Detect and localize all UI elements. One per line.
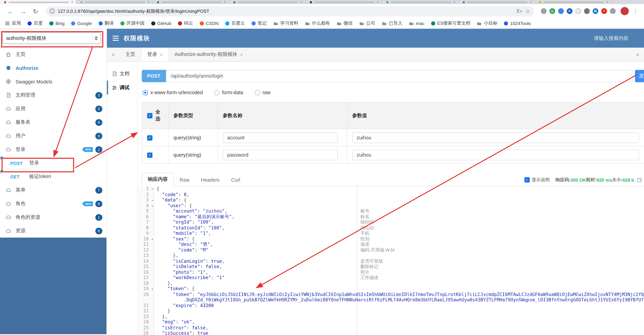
bookmark-item[interactable]: Google: [71, 21, 92, 26]
checkbox[interactable]: ✓: [147, 152, 152, 158]
tab-close-icon[interactable]: ×: [606, 0, 608, 4]
extension-icon[interactable]: [541, 8, 546, 14]
response-tab[interactable]: Raw: [174, 174, 195, 186]
bookmark-item[interactable]: CSDN: [200, 21, 219, 26]
hamburger-icon[interactable]: [112, 36, 119, 41]
bookmark-star-icon[interactable]: ☆: [525, 8, 530, 14]
radio[interactable]: [143, 90, 148, 95]
param-name-input[interactable]: password: [223, 150, 338, 160]
extension-icon[interactable]: [558, 8, 564, 14]
line-number[interactable]: 4: [138, 203, 154, 208]
content-type-option[interactable]: form-data: [214, 90, 243, 95]
browser-tab[interactable]: ×: [230, 0, 306, 4]
reload-button[interactable]: ↻: [33, 8, 38, 14]
response-tab[interactable]: Curl: [226, 174, 246, 186]
bookmark-item[interactable]: 开源中国: [120, 20, 144, 26]
checkbox[interactable]: ✓: [147, 113, 152, 118]
browser-tab[interactable]: ×: [306, 0, 382, 4]
bookmark-item[interactable]: 应用: [5, 20, 21, 26]
extension-icon[interactable]: [575, 8, 581, 14]
bookmark-item[interactable]: 学习资料: [273, 20, 298, 26]
content-type-option[interactable]: raw: [255, 90, 270, 95]
bookmark-item[interactable]: ES搜索引擎文档: [431, 20, 470, 26]
bookmark-item[interactable]: Bing: [49, 21, 64, 26]
bookmark-item[interactable]: mac: [409, 21, 424, 26]
extension-icon[interactable]: 站: [592, 8, 598, 14]
checkbox[interactable]: ✓: [524, 177, 530, 182]
show-desc-toggle[interactable]: ✓显示说明: [524, 177, 550, 183]
radio[interactable]: [214, 90, 220, 95]
sidebar-item[interactable]: 角色的资源1: [0, 210, 106, 224]
expand-tabs-icon[interactable]: »: [631, 48, 644, 61]
doc-tab[interactable]: Authorize-authority-权限模块×: [169, 48, 249, 61]
profile-avatar[interactable]: [620, 7, 629, 15]
tab-close-icon[interactable]: ×: [148, 0, 150, 4]
tab-close-icon[interactable]: ×: [377, 0, 379, 4]
tab-close-icon[interactable]: ×: [300, 0, 302, 4]
line-number[interactable]: 3: [138, 197, 154, 203]
line-number[interactable]: 10: [138, 236, 154, 242]
bookmark-item[interactable]: 已导入: [382, 20, 402, 26]
header-search-placeholder[interactable]: 请输入搜索内容: [594, 35, 628, 42]
collapse-tabs-icon[interactable]: «: [107, 48, 120, 61]
sidebar-item[interactable]: 主页: [0, 48, 106, 61]
back-button[interactable]: ←: [8, 8, 14, 14]
send-button[interactable]: 发: [635, 70, 644, 82]
content-type-option[interactable]: x-www-form-urlencoded: [143, 90, 203, 95]
tab-close-icon[interactable]: ×: [71, 0, 73, 4]
sidebar-endpoint-post[interactable]: POST登录: [0, 156, 106, 170]
close-tab-icon[interactable]: ×: [160, 52, 163, 57]
radio[interactable]: [255, 90, 260, 95]
browser-tab[interactable]: ×: [0, 0, 76, 4]
browser-tab[interactable]: ×: [76, 0, 153, 4]
translate-icon[interactable]: 文A: [516, 8, 522, 14]
browser-tab[interactable]: ×: [458, 0, 535, 4]
extension-icon[interactable]: [610, 8, 616, 14]
bookmark-item[interactable]: 什么都有: [305, 20, 330, 26]
param-name-input[interactable]: account: [223, 132, 338, 143]
sidebar-item[interactable]: Swagger Models: [0, 75, 106, 88]
sidebar-item[interactable]: 应用5: [0, 102, 106, 116]
side-tab-调试[interactable]: 调试: [107, 80, 137, 94]
sidebar-item[interactable]: 登录NEW2: [0, 143, 106, 156]
sidebar-item[interactable]: 文档管理3: [0, 88, 106, 102]
tab-close-icon[interactable]: ×: [224, 0, 226, 4]
bookmark-item[interactable]: 笔记: [252, 20, 267, 26]
bookmark-item[interactable]: 小目标: [477, 20, 498, 26]
browser-tab[interactable]: ×: [382, 0, 458, 4]
tab-close-icon[interactable]: ×: [530, 0, 532, 4]
bookmark-item[interactable]: 码云: [178, 20, 193, 26]
sidebar-item[interactable]: 服务表6: [0, 116, 106, 129]
param-value-input[interactable]: zuihou: [352, 150, 639, 160]
sidebar-item[interactable]: Authorize: [0, 61, 106, 75]
doc-tab[interactable]: 登录×: [141, 48, 169, 61]
response-tab[interactable]: 响应内容: [142, 173, 174, 186]
extension-icon[interactable]: [584, 8, 590, 14]
address-bar[interactable]: i 127.0.0.1:8760/api/gate/doc.html#/auth…: [45, 6, 534, 16]
line-number[interactable]: 1: [138, 186, 154, 192]
bookmark-item[interactable]: 公司: [359, 20, 375, 26]
bookmark-item[interactable]: GitHub: [151, 21, 171, 26]
browser-tab[interactable]: ×: [153, 0, 229, 4]
close-tab-icon[interactable]: ×: [240, 52, 243, 57]
bookmark-item[interactable]: 百度云: [225, 20, 245, 26]
page-info-icon[interactable]: i: [50, 9, 54, 14]
tab-close-icon[interactable]: ×: [454, 0, 455, 4]
bookmark-item[interactable]: 翻译: [98, 20, 114, 26]
fullscreen-icon[interactable]: [638, 178, 642, 182]
sidebar-item[interactable]: 资源6: [0, 224, 106, 238]
extension-icon[interactable]: P: [567, 8, 572, 14]
bookmark-item[interactable]: 微信: [336, 20, 352, 26]
response-tab[interactable]: Headers: [195, 174, 226, 186]
param-value-input[interactable]: zuihou: [352, 132, 639, 143]
extension-icon[interactable]: ✳: [601, 8, 607, 14]
sidebar-endpoint-get[interactable]: GET验证token: [0, 170, 106, 183]
sidebar-item[interactable]: 角色NEW8: [0, 197, 106, 210]
bookmark-item[interactable]: 1024Tools: [504, 21, 531, 26]
doc-tab[interactable]: 主页: [120, 48, 141, 61]
browser-tab[interactable]: ×: [535, 0, 612, 4]
browser-menu-icon[interactable]: ⋮: [633, 8, 638, 14]
checkbox[interactable]: ✓: [147, 135, 152, 140]
api-group-select[interactable]: authority-权限模块: [2, 32, 101, 44]
bookmark-item[interactable]: 百度: [28, 20, 43, 26]
